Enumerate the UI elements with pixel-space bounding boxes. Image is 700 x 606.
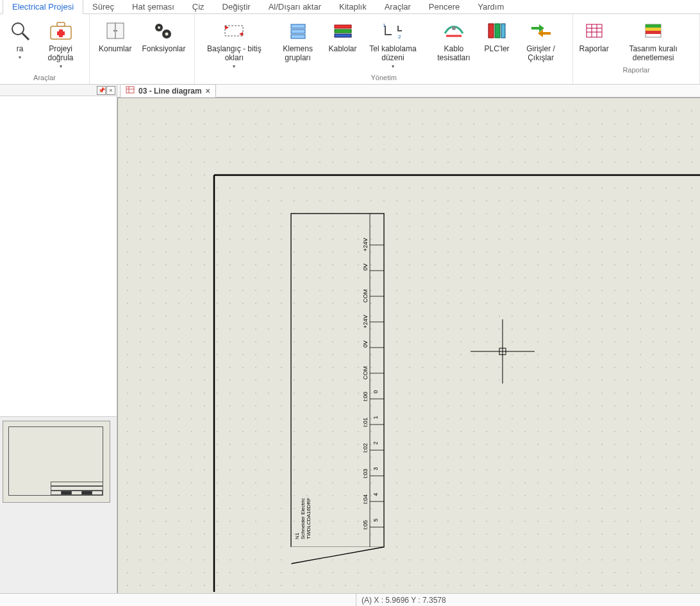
- svg-point-1057: [460, 444, 461, 444]
- pin-icon[interactable]: 📌: [97, 86, 106, 95]
- functions-button[interactable]: Fonksiyonlar: [137, 15, 190, 65]
- svg-point-1379: [576, 187, 576, 188]
- svg-point-567: [294, 495, 294, 496]
- wiring-button[interactable]: 12 Tel kablolama düzeni▾: [359, 15, 427, 72]
- terminals-button[interactable]: Klemens grupları: [269, 15, 326, 72]
- svg-point-682: [332, 508, 333, 509]
- svg-point-1717: [691, 136, 692, 137]
- svg-text:Schneider Electric: Schneider Electric: [300, 498, 306, 539]
- page-thumbnail[interactable]: [3, 421, 110, 503]
- locations-button[interactable]: Konumlar: [94, 15, 137, 65]
- svg-point-891: [409, 264, 410, 265]
- svg-point-1178: [499, 534, 499, 534]
- drc-button[interactable]: Tasarım kuralı denetlemesi: [611, 15, 696, 65]
- svg-point-1096: [473, 457, 474, 457]
- tab-modify[interactable]: Değiştir: [213, 0, 260, 13]
- tab-help[interactable]: Yardım: [469, 0, 513, 13]
- svg-point-1670: [665, 508, 666, 509]
- document-close-icon[interactable]: ×: [206, 87, 210, 96]
- svg-point-1056: [460, 431, 461, 432]
- io-button[interactable]: Girişler / Çıkışlar: [513, 15, 569, 72]
- arrows-button[interactable]: Başlangıç - bitiş okları▾: [199, 15, 269, 72]
- svg-point-205: [178, 239, 179, 239]
- svg-point-233: [191, 110, 192, 111]
- svg-point-805: [383, 136, 384, 137]
- svg-point-59: [127, 316, 128, 316]
- svg-point-741: [358, 290, 358, 290]
- svg-point-552: [294, 303, 294, 303]
- tab-tools[interactable]: Araçlar: [376, 0, 420, 13]
- svg-point-1516: [614, 482, 615, 483]
- tab-electrical-project[interactable]: Electrical Projesi: [3, 0, 83, 14]
- tab-process[interactable]: Süreç: [83, 0, 123, 13]
- svg-point-1002: [447, 226, 448, 226]
- verify-project-button[interactable]: Projeyi doğrula▾: [36, 15, 85, 72]
- svg-point-417: [242, 521, 243, 521]
- svg-point-1199: [512, 316, 512, 316]
- svg-point-880: [409, 123, 410, 124]
- tab-window[interactable]: Pencere: [420, 0, 469, 13]
- svg-point-1447: [588, 572, 589, 573]
- svg-point-236: [191, 149, 192, 149]
- svg-point-315: [217, 187, 217, 188]
- svg-point-1526: [627, 123, 628, 124]
- svg-point-1131: [486, 418, 487, 419]
- document-tab[interactable]: 03 - Line diagram ×: [120, 84, 216, 97]
- svg-point-1481: [601, 521, 602, 521]
- search-button[interactable]: ra▾: [4, 15, 36, 72]
- svg-point-516: [281, 328, 281, 329]
- cables-button[interactable]: Kablolar: [326, 15, 359, 72]
- svg-point-1586: [640, 405, 640, 406]
- svg-point-445: [255, 392, 256, 393]
- svg-point-228: [178, 534, 179, 534]
- svg-point-1744: [691, 482, 692, 483]
- svg-point-1180: [499, 559, 499, 560]
- reports-button[interactable]: Raporlar: [577, 15, 611, 65]
- svg-point-193: [165, 572, 166, 573]
- svg-point-327: [217, 341, 217, 342]
- svg-point-1555: [627, 495, 628, 496]
- svg-point-1405: [576, 521, 576, 521]
- svg-point-738: [358, 251, 358, 252]
- tree-area[interactable]: [0, 96, 117, 417]
- svg-point-351: [229, 162, 230, 162]
- tab-library[interactable]: Kitaplık: [330, 0, 376, 13]
- svg-point-541: [294, 162, 294, 162]
- svg-point-539: [294, 136, 294, 137]
- svg-point-458: [255, 559, 256, 560]
- svg-point-668: [332, 328, 333, 329]
- svg-point-1593: [640, 495, 640, 496]
- svg-point-1335: [563, 110, 563, 111]
- svg-point-1183: [512, 110, 512, 111]
- svg-point-768: [371, 149, 371, 149]
- svg-point-945: [422, 469, 422, 470]
- svg-point-599: [306, 418, 307, 419]
- drawing-canvas[interactable]: +24V0VCOM+24V0VCOMI:000I:011I:022I:033I:…: [117, 97, 700, 593]
- close-icon[interactable]: ×: [106, 86, 115, 95]
- svg-point-1672: [665, 534, 666, 534]
- svg-point-235: [191, 136, 192, 137]
- svg-point-1452: [601, 149, 602, 149]
- tab-importexport[interactable]: Al/Dışarı aktar: [260, 0, 330, 13]
- svg-point-1136: [486, 482, 487, 483]
- svg-point-931: [422, 290, 422, 290]
- ribbon-tabs: Electrical Projesi Süreç Hat şeması Çiz …: [0, 0, 700, 14]
- svg-point-9: [115, 30, 117, 31]
- tab-draw[interactable]: Çiz: [183, 0, 213, 13]
- svg-text:4: 4: [372, 492, 379, 496]
- svg-point-1318: [550, 380, 551, 380]
- svg-point-112: [140, 508, 140, 509]
- svg-point-1315: [550, 341, 551, 342]
- svg-point-185: [165, 469, 166, 470]
- svg-point-1108: [486, 123, 487, 124]
- svg-point-602: [306, 457, 307, 457]
- svg-point-1354: [563, 354, 563, 355]
- svg-point-348: [229, 123, 230, 124]
- cableinstalls-button[interactable]: Kablo tesisatları: [427, 15, 481, 72]
- svg-point-1417: [588, 187, 589, 188]
- plcs-button[interactable]: PLC'ler: [481, 15, 513, 72]
- svg-point-623: [319, 239, 320, 239]
- svg-point-413: [242, 469, 243, 470]
- tab-linediagram[interactable]: Hat şeması: [123, 0, 183, 13]
- svg-point-1323: [550, 444, 551, 444]
